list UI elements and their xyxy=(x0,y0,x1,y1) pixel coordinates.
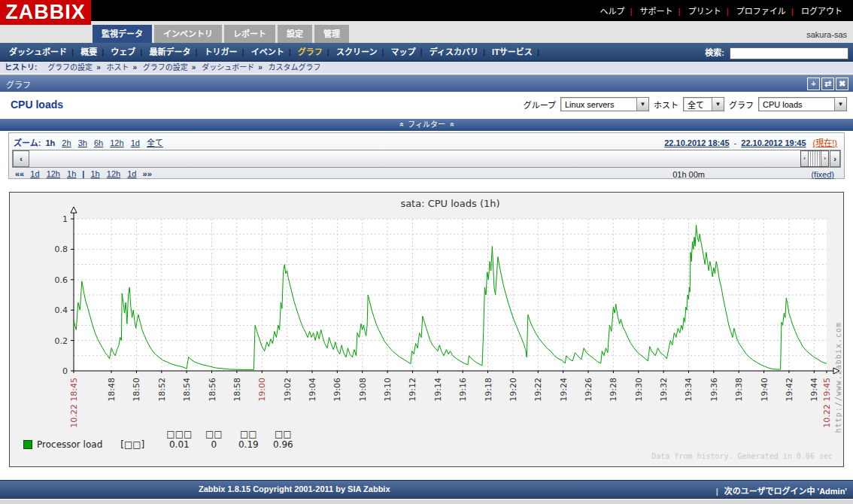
history-item[interactable]: ホスト xyxy=(106,63,129,71)
move-left-12h[interactable]: 12h xyxy=(47,169,60,178)
separator: » xyxy=(96,63,101,71)
graph-select[interactable]: CPU loads▼ xyxy=(758,97,847,111)
svg-text:1: 1 xyxy=(62,214,68,224)
move-right-1d[interactable]: 1d xyxy=(127,169,136,178)
nav-events[interactable]: イベント xyxy=(251,47,284,56)
chart-plot[interactable]: 00.20.40.60.8110.22 18:4518:4818:5018:52… xyxy=(10,193,843,441)
separator: | xyxy=(483,47,485,56)
refresh-icon[interactable]: ⇄ xyxy=(821,77,834,90)
svg-text:0.2: 0.2 xyxy=(55,336,68,346)
nav-graphs[interactable]: グラフ xyxy=(298,47,323,56)
zoom-all[interactable]: 全て xyxy=(147,138,163,147)
logout-link[interactable]: ログアウト xyxy=(801,7,842,16)
help-link[interactable]: ヘルプ xyxy=(600,7,624,16)
zoom-2h[interactable]: 2h xyxy=(62,138,71,147)
slider-grip[interactable] xyxy=(809,151,821,166)
legend-col-avg: □□ 0.19 xyxy=(232,429,265,451)
nav-triggers[interactable]: トリガー xyxy=(205,47,238,56)
nav-latest-data[interactable]: 最新データ xyxy=(149,47,190,56)
history-item[interactable]: グラフの設定 xyxy=(47,63,93,71)
move-right-1h[interactable]: 1h xyxy=(91,169,100,178)
scroll-left-button[interactable]: ‹ xyxy=(13,150,29,167)
separator: | xyxy=(791,7,794,16)
zoom-1h[interactable]: 1h xyxy=(45,138,55,147)
tab-monitoring[interactable]: 監視データ xyxy=(93,25,152,43)
move-far-right-icon[interactable]: »» xyxy=(143,169,152,178)
group-select[interactable]: Linux servers▼ xyxy=(560,97,649,111)
nav-maps[interactable]: マップ xyxy=(391,47,416,56)
period-end-link[interactable]: 22.10.2012 19:45 xyxy=(741,138,806,147)
support-link[interactable]: サポート xyxy=(640,7,673,16)
fullscreen-icon[interactable]: ✖ xyxy=(836,77,848,90)
nav-screens[interactable]: スクリーン xyxy=(336,47,377,56)
svg-text:19:10: 19:10 xyxy=(383,378,393,402)
svg-text:sata: CPU loads (1h): sata: CPU loads (1h) xyxy=(400,198,499,209)
svg-text:19:22: 19:22 xyxy=(533,378,543,402)
history-item[interactable]: グラフの設定 xyxy=(143,63,188,71)
svg-text:19:18: 19:18 xyxy=(484,378,493,402)
svg-text:0.4: 0.4 xyxy=(55,305,68,315)
tab-reports[interactable]: レポート xyxy=(224,25,275,43)
separator: | xyxy=(242,47,244,56)
chart-legend: Processor load [□□] □□□ 0.01 □□ 0 □□ 0.1… xyxy=(23,429,301,451)
time-period-panel: ズーム: 1h 2h 3h 6h 12h 1d 全て 22.10.2012 18… xyxy=(8,132,845,179)
print-link[interactable]: プリント xyxy=(688,7,721,16)
zoom-6h[interactable]: 6h xyxy=(94,138,103,147)
add-graph-icon[interactable]: + xyxy=(807,77,820,90)
slider-right-grip[interactable]: › xyxy=(821,151,828,166)
filter-collapse-bar[interactable]: »フィルター» xyxy=(0,119,853,131)
svg-text:10.22 19:45: 10.22 19:45 xyxy=(822,378,832,428)
legend-col-min: □□ 0 xyxy=(197,429,230,451)
period-start-link[interactable]: 22.10.2012 18:45 xyxy=(664,138,729,147)
history-item[interactable]: ダッシュボード xyxy=(202,63,254,71)
svg-text:19:42: 19:42 xyxy=(785,378,794,402)
history-item[interactable]: カスタムグラフ xyxy=(269,63,321,71)
scroll-right-button[interactable]: › xyxy=(830,150,840,167)
separator: » xyxy=(258,63,263,71)
profile-link[interactable]: プロファイル xyxy=(736,7,786,16)
zoom-3h[interactable]: 3h xyxy=(78,138,87,147)
period-move-row: «« 1d 12h 1h | 1h 12h 1d »» 01h 00m (fix… xyxy=(9,168,844,181)
move-far-left-icon[interactable]: «« xyxy=(15,169,24,178)
time-slider[interactable]: ‹ › xyxy=(800,150,829,167)
svg-text:19:02: 19:02 xyxy=(283,378,293,402)
svg-text:19:32: 19:32 xyxy=(659,378,669,402)
tab-inventory[interactable]: インベントリ xyxy=(154,25,222,43)
time-scrollbar: ‹ ‹ › › xyxy=(12,150,841,168)
series-name: Processor load xyxy=(37,439,102,451)
zoom-1d[interactable]: 1d xyxy=(131,138,140,147)
nav-web[interactable]: ウェブ xyxy=(111,47,135,56)
zabbix-app: ヘルプ| サポート| プリント| プロファイル| ログアウト ZABBIX 監視… xyxy=(0,0,853,504)
cpu-loads-chart[interactable]: 00.20.40.60.8110.22 18:4518:4818:5018:52… xyxy=(9,192,844,467)
zoom-12h[interactable]: 12h xyxy=(110,138,123,147)
tab-administration[interactable]: 管理 xyxy=(314,25,349,43)
host-select[interactable]: 全て▼ xyxy=(683,97,724,111)
fixed-link[interactable]: (fixed) xyxy=(811,170,834,179)
search-label: 検索: xyxy=(705,48,724,57)
slider-left-grip[interactable]: ‹ xyxy=(801,151,809,166)
svg-text:19:24: 19:24 xyxy=(559,378,569,402)
zabbix-logo[interactable]: ZABBIX xyxy=(0,0,91,25)
svg-text:19:04: 19:04 xyxy=(308,378,317,402)
zabbix-watermark: http://www.zabbix.com xyxy=(834,322,842,433)
nav-it-services[interactable]: ITサービス xyxy=(492,47,533,56)
move-right-12h[interactable]: 12h xyxy=(107,169,120,178)
move-left-1d[interactable]: 1d xyxy=(30,169,39,178)
tab-configuration[interactable]: 設定 xyxy=(278,25,312,43)
move-left-1h[interactable]: 1h xyxy=(67,169,76,178)
separator: | xyxy=(420,47,423,56)
svg-text:19:36: 19:36 xyxy=(709,378,719,402)
nav-overview[interactable]: 概要 xyxy=(80,47,97,56)
sub-nav: ダッシュボード| 概要| ウェブ| 最新データ| トリガー| イベント| グラフ… xyxy=(0,43,853,62)
tab-strip: 監視データ インベントリ レポート 設定 管理 sakura-sas xyxy=(0,21,853,43)
search-input[interactable] xyxy=(730,47,848,59)
login-note: |次のユーザでログイン中 'Admin' xyxy=(716,484,847,496)
nav-discovery[interactable]: ディスカバリ xyxy=(430,47,478,56)
separator: | xyxy=(381,47,384,56)
now-link[interactable]: (現在!) xyxy=(813,138,837,147)
nav-dashboard[interactable]: ダッシュボード xyxy=(9,47,67,56)
svg-text:18:58: 18:58 xyxy=(232,378,242,402)
search-area: 検索: xyxy=(705,46,848,59)
svg-text:19:06: 19:06 xyxy=(332,378,342,402)
copyright-text: Zabbix 1.8.15 Copyright 2001-2011 by SIA… xyxy=(199,484,390,493)
